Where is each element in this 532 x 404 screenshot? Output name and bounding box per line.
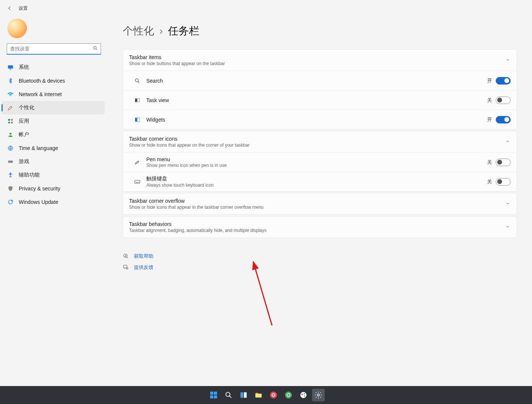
- user-icon: [7, 132, 13, 138]
- back-button[interactable]: [5, 4, 14, 13]
- card-header-corner-overflow[interactable]: Taskbar corner overflow Show or hide ico…: [123, 193, 517, 214]
- page-title: 任务栏: [168, 24, 199, 38]
- toggle-widgets[interactable]: [496, 116, 511, 123]
- toggle-state-label: 开: [487, 116, 492, 123]
- tb-chrome-canary[interactable]: [267, 389, 280, 401]
- card-corner-icons: Taskbar corner icons Show or hide icons …: [123, 131, 517, 192]
- svg-point-20: [126, 267, 128, 269]
- feedback-icon: [123, 264, 129, 271]
- svg-point-35: [287, 394, 290, 396]
- breadcrumb-separator: ›: [159, 25, 163, 37]
- tb-paint[interactable]: [297, 389, 310, 401]
- row-label: Task view: [146, 97, 487, 103]
- sidebar-item-accounts[interactable]: 帐户: [1, 128, 105, 141]
- svg-rect-22: [210, 392, 213, 395]
- svg-rect-1: [8, 65, 13, 69]
- main-pane: 个性化 › 任务栏 Taskbar items Show or hide but…: [123, 24, 517, 273]
- svg-rect-6: [11, 122, 13, 123]
- search-icon: [123, 78, 144, 84]
- globe-icon: [7, 145, 13, 151]
- sidebar: 系统 Bluetooth & devices Network & interne…: [0, 16, 108, 404]
- sidebar-item-personalization[interactable]: 个性化: [1, 101, 105, 114]
- svg-rect-24: [210, 395, 213, 398]
- card-title: Taskbar items: [129, 54, 505, 60]
- link-label[interactable]: 提供反馈: [134, 264, 153, 271]
- toggle-state-label: 关: [487, 97, 492, 104]
- sidebar-item-bluetooth[interactable]: Bluetooth & devices: [1, 74, 105, 88]
- os-taskbar: [0, 386, 532, 404]
- sidebar-item-label: 个性化: [19, 104, 34, 111]
- card-subtitle: Show or hide icons that appear on the co…: [129, 143, 505, 148]
- svg-point-38: [304, 393, 305, 395]
- card-subtitle: Show or hide icons that appear in the ta…: [129, 205, 505, 210]
- row-sublabel: Always show touch keyboard icon: [146, 183, 487, 188]
- tb-taskview[interactable]: [237, 389, 250, 401]
- sidebar-item-time-language[interactable]: Time & language: [1, 141, 105, 155]
- tb-explorer[interactable]: [252, 389, 265, 401]
- chevron-up-icon: [505, 138, 510, 145]
- avatar[interactable]: [7, 19, 27, 38]
- tb-search[interactable]: [222, 389, 235, 401]
- link-get-help[interactable]: 获取帮助: [123, 251, 517, 262]
- row-search: Search 开: [123, 71, 517, 90]
- apps-icon: [7, 118, 13, 124]
- sidebar-item-privacy[interactable]: Privacy & security: [1, 182, 105, 195]
- card-header-taskbar-items[interactable]: Taskbar items Show or hide buttons that …: [123, 50, 517, 71]
- sidebar-item-label: 游戏: [19, 158, 29, 165]
- svg-rect-5: [8, 122, 10, 123]
- sidebar-item-label: 辅助功能: [19, 172, 40, 178]
- card-header-behaviors[interactable]: Taskbar behaviors Taskbar alignment, bad…: [123, 217, 517, 238]
- titlebar: 设置: [0, 0, 532, 16]
- svg-point-0: [94, 46, 96, 49]
- card-taskbar-items: Taskbar items Show or hide buttons that …: [123, 49, 517, 129]
- card-title: Taskbar corner icons: [129, 136, 505, 142]
- link-label[interactable]: 获取帮助: [134, 253, 153, 260]
- svg-rect-2: [9, 69, 11, 70]
- toggle-task-view[interactable]: [496, 97, 511, 104]
- sidebar-item-system[interactable]: 系统: [1, 61, 105, 74]
- sidebar-item-gaming[interactable]: 游戏: [1, 155, 105, 168]
- monitor-icon: [7, 64, 13, 70]
- svg-rect-3: [8, 119, 10, 121]
- widgets-icon: [123, 117, 144, 123]
- svg-rect-25: [214, 395, 217, 398]
- toggle-state-label: 关: [487, 178, 492, 185]
- svg-rect-29: [256, 394, 262, 397]
- toggle-search[interactable]: [496, 77, 511, 85]
- svg-rect-4: [11, 119, 13, 121]
- svg-point-37: [302, 394, 303, 395]
- sidebar-item-label: Privacy & security: [19, 186, 60, 192]
- row-label: Search: [146, 78, 487, 84]
- tb-settings[interactable]: [312, 389, 325, 401]
- sidebar-item-label: 应用: [19, 118, 29, 125]
- svg-point-39: [304, 395, 306, 397]
- toggle-state-label: 关: [487, 159, 492, 166]
- svg-point-10: [10, 173, 11, 174]
- sidebar-item-accessibility[interactable]: 辅助功能: [1, 168, 105, 182]
- search-input[interactable]: [7, 43, 101, 55]
- svg-point-36: [300, 392, 307, 398]
- row-label: Pen menu: [146, 156, 487, 162]
- gamepad-icon: [7, 159, 13, 165]
- card-title: Taskbar behaviors: [129, 221, 505, 227]
- svg-point-7: [9, 133, 11, 135]
- chevron-up-icon: [505, 57, 510, 64]
- sidebar-item-label: Network & internet: [19, 91, 62, 97]
- sidebar-item-apps[interactable]: 应用: [1, 114, 105, 128]
- row-task-view: Task view 关: [123, 90, 517, 110]
- toggle-touch-keyboard[interactable]: [496, 178, 511, 186]
- sidebar-item-windows-update[interactable]: Windows Update: [1, 195, 105, 209]
- chevron-down-icon: [505, 224, 510, 230]
- toggle-state-label: 开: [487, 77, 492, 84]
- svg-point-11: [135, 79, 138, 82]
- svg-rect-19: [123, 265, 127, 267]
- breadcrumb-parent[interactable]: 个性化: [123, 24, 154, 38]
- card-header-corner-icons[interactable]: Taskbar corner icons Show or hide icons …: [123, 131, 517, 152]
- svg-point-26: [226, 392, 230, 397]
- toggle-pen-menu[interactable]: [496, 159, 511, 166]
- sidebar-item-network[interactable]: Network & internet: [1, 88, 105, 101]
- link-give-feedback[interactable]: 提供反馈: [123, 262, 517, 273]
- pen-icon: [123, 159, 144, 165]
- tb-start[interactable]: [207, 389, 220, 401]
- tb-chrome[interactable]: [282, 389, 295, 401]
